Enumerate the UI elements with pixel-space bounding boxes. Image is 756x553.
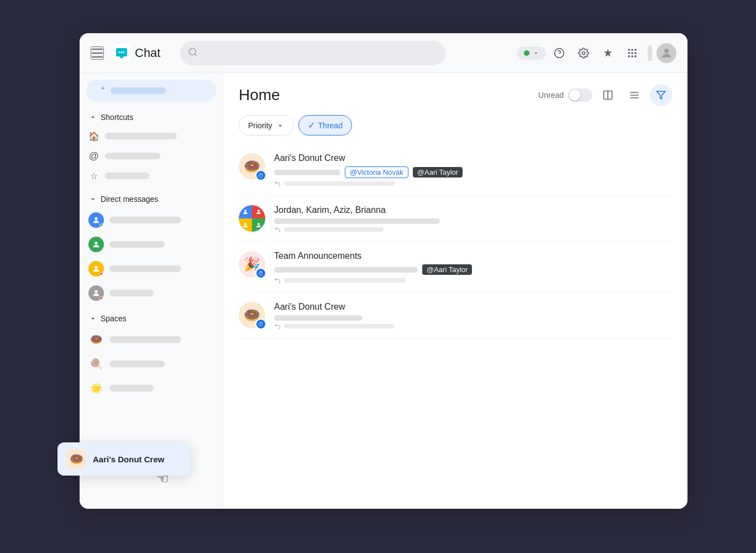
space-icon-3: 🌟 (88, 380, 104, 396)
notification-dot-4 (99, 296, 104, 301)
thread-chip[interactable]: ✓ Thread (298, 115, 352, 135)
sidebar-item-space-2[interactable]: 🍭 (80, 352, 223, 376)
svg-point-30 (244, 223, 246, 225)
svg-point-7 (582, 51, 585, 54)
group-avatar-grid-2 (239, 205, 265, 232)
new-chat-button[interactable] (86, 80, 216, 102)
preview-skeleton-3 (274, 267, 418, 273)
reply-icon-1 (274, 180, 281, 187)
svg-marker-27 (657, 91, 665, 99)
svg-rect-8 (628, 49, 630, 50)
svg-rect-12 (631, 52, 633, 54)
thread-chip-check: ✓ (308, 120, 315, 131)
sidebar-item-dm-4[interactable] (80, 281, 218, 305)
thread-chip-label: Thread (318, 121, 343, 130)
preview-skeleton-4 (274, 315, 363, 321)
dm-3-skeleton (109, 265, 181, 272)
view-split-button[interactable] (597, 84, 619, 106)
dm-section-header[interactable]: Direct messages (80, 190, 223, 208)
svg-point-4 (190, 48, 196, 55)
filter-button[interactable] (650, 84, 672, 106)
group-member-2 (252, 205, 265, 218)
home-icon: 🏠 (88, 131, 99, 142)
thread-content-2: Jordan, Karim, Aziz, Brianna (274, 205, 672, 233)
user-avatar[interactable] (657, 43, 676, 63)
view-list-button[interactable] (623, 84, 645, 106)
thread-item-4[interactable]: 🍩 ⏱ Aari's Donut Crew (239, 293, 672, 339)
space-1-skeleton (109, 336, 181, 343)
reply-icon-4 (274, 323, 281, 330)
space-icon-1: 🍩 (88, 332, 104, 347)
tooltip-emoji: 🍩 (66, 449, 86, 469)
thread-name-4: Aari's Donut Crew (274, 302, 672, 312)
thread-preview-row-3: @Aari Taylor (274, 264, 672, 275)
sidebar-item-starred[interactable]: ☆ (80, 166, 218, 186)
thread-avatar-wrap-1: 🍩 ⏱ (239, 153, 265, 180)
thread-name-2: Jordan, Karim, Aziz, Brianna (274, 205, 672, 215)
svg-point-2 (121, 51, 123, 53)
thread-reply-row-4 (274, 323, 672, 330)
chat-area: Home Unread (223, 73, 687, 509)
unread-toggle[interactable] (568, 88, 592, 102)
spaces-section-header[interactable]: Spaces (80, 310, 223, 327)
status-button[interactable] (517, 46, 546, 60)
shortcuts-section-header[interactable]: Shortcuts (80, 108, 223, 126)
notification-dot-3 (99, 272, 104, 276)
avatar-placeholder (648, 45, 652, 61)
group-member-4 (252, 218, 265, 232)
svg-point-19 (95, 242, 97, 244)
sparkle-button[interactable] (597, 42, 619, 64)
app-title-text: Chat (135, 46, 160, 60)
sidebar-item-mentions[interactable]: @ (80, 146, 218, 166)
filter-chips: Priority ✓ Thread (223, 115, 687, 144)
preview-skeleton-2 (274, 218, 440, 224)
sidebar-item-home[interactable]: 🏠 (80, 126, 218, 146)
preview-skeleton-1a (274, 170, 340, 175)
starred-skeleton (105, 173, 149, 179)
reply-skeleton-1 (284, 181, 395, 186)
dm-avatar-2 (88, 237, 104, 252)
help-button[interactable] (548, 42, 570, 64)
reply-icon-2 (274, 226, 281, 233)
shortcuts-chevron-icon (88, 113, 97, 122)
svg-point-18 (95, 217, 97, 220)
thread-item-3[interactable]: 🎉 ⏱ Team Announcements @Aari Taylor (239, 242, 672, 293)
svg-rect-13 (634, 52, 636, 54)
dm-4-skeleton (109, 290, 154, 296)
mention-icon: @ (88, 150, 99, 161)
thread-avatar-wrap-4: 🍩 ⏱ (239, 302, 265, 328)
mention-victoria: @Victoria Novák (345, 166, 408, 178)
new-chat-label (111, 87, 166, 94)
thread-avatar-wrap-3: 🎉 ⏱ (239, 251, 265, 278)
apps-button[interactable] (621, 42, 643, 64)
unread-label: Unread (538, 91, 564, 100)
svg-point-21 (95, 290, 97, 293)
search-input[interactable] (180, 41, 445, 65)
priority-chip-label: Priority (248, 121, 272, 130)
menu-button[interactable] (91, 46, 104, 60)
group-avatar-2 (239, 205, 265, 232)
search-bar (180, 41, 445, 65)
mentions-skeleton (105, 153, 160, 159)
dm-chevron-icon (88, 195, 97, 204)
tooltip-label: Aari's Donut Crew (93, 455, 164, 464)
spaces-chevron-icon (88, 314, 97, 323)
settings-button[interactable] (573, 42, 595, 64)
sidebar-item-dm-1[interactable] (80, 208, 218, 232)
sidebar-item-space-1[interactable]: 🍩 (80, 327, 223, 352)
space-2-skeleton (109, 361, 165, 367)
group-member-3 (239, 218, 252, 232)
svg-point-20 (95, 266, 97, 269)
svg-point-1 (119, 51, 120, 53)
dm-avatar-4 (88, 285, 104, 301)
toggle-thumb (569, 90, 580, 101)
group-member-1 (239, 205, 252, 218)
sidebar-item-dm-3[interactable] (80, 257, 218, 281)
sidebar-item-space-3[interactable]: 🌟 (80, 376, 223, 400)
dm-2-skeleton (109, 241, 165, 248)
dm-avatar-3 (88, 261, 104, 276)
thread-item-1[interactable]: 🍩 ⏱ Aari's Donut Crew @Victoria Novák @A… (239, 144, 672, 196)
thread-item-2[interactable]: Jordan, Karim, Aziz, Brianna (239, 196, 672, 242)
sidebar-item-dm-2[interactable] (80, 232, 218, 257)
priority-chip[interactable]: Priority (239, 115, 294, 135)
